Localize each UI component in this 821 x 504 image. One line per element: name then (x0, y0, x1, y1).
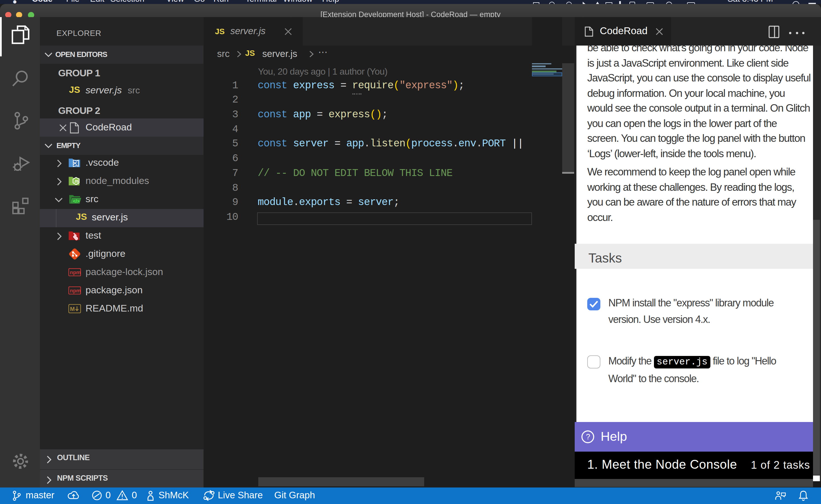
svg-text:?: ? (586, 433, 590, 441)
svg-text:M: M (70, 306, 75, 312)
svg-text:JS: JS (74, 179, 79, 183)
svg-text:npm: npm (70, 288, 81, 294)
svg-text:</>: </> (73, 199, 79, 204)
svg-text:npm: npm (70, 270, 81, 275)
